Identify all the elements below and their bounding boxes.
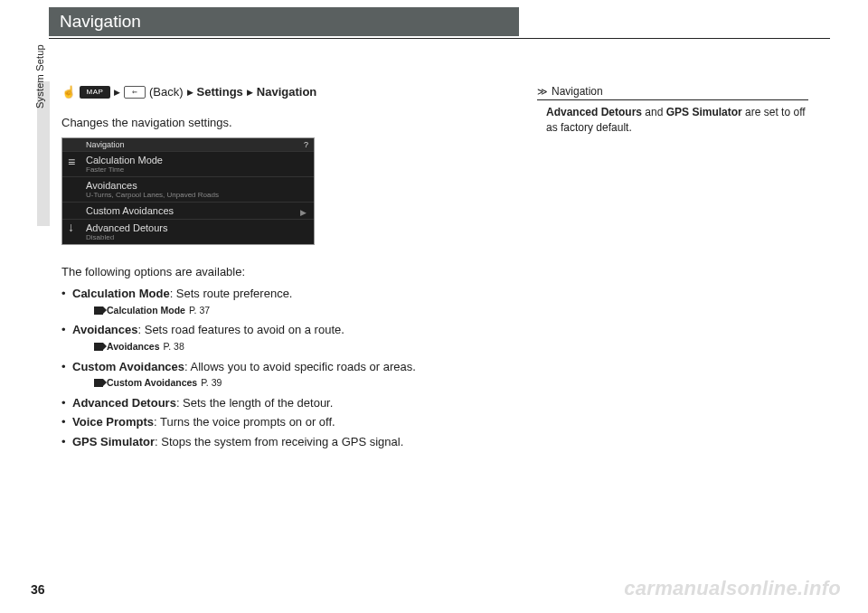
- option-title: Advanced Detours: [72, 396, 176, 410]
- back-button-chip: ⇐: [124, 86, 146, 99]
- chevron-right-icon: ▶: [114, 88, 120, 97]
- row-label: Avoidances: [86, 180, 137, 191]
- sidebar-body: Advanced Detours and GPS Simulator are s…: [537, 100, 808, 137]
- screenshot-titlebar: Navigation ?: [62, 138, 314, 151]
- reference-page: P. 37: [189, 304, 210, 318]
- row-sublabel: Faster Time: [86, 165, 307, 174]
- page-number: 36: [31, 582, 45, 597]
- page-title: Navigation: [60, 12, 141, 32]
- reference-icon: [94, 343, 103, 351]
- list-item: Calculation Mode: Sets route preference.…: [61, 285, 514, 317]
- list-item: Voice Prompts: Turns the voice prompts o…: [61, 413, 514, 431]
- option-desc: : Sets the length of the detour.: [176, 396, 333, 410]
- option-title: Custom Avoidances: [72, 360, 184, 373]
- chevron-right-icon: ▶: [247, 88, 253, 97]
- device-screenshot: ≡ ↓ Navigation ? Calculation Mode Faster…: [61, 137, 315, 245]
- screenshot-row: Advanced Detours Disabled: [62, 219, 314, 244]
- options-intro: The following options are available:: [61, 265, 245, 278]
- screenshot-row: Calculation Mode Faster Time: [62, 151, 314, 176]
- back-text: (Back): [149, 85, 184, 99]
- row-sublabel: Disabled: [86, 233, 307, 241]
- reference-title: Calculation Mode: [107, 304, 185, 318]
- intro-text: Changes the navigation settings.: [61, 116, 232, 129]
- title-underline: [49, 38, 830, 39]
- screenshot-row: Custom Avoidances ▶: [62, 202, 314, 219]
- breadcrumb-settings: Settings: [197, 85, 243, 99]
- map-button-chip: MAP: [80, 86, 110, 99]
- reference-page: P. 38: [164, 340, 184, 354]
- option-desc: : Allows you to avoid specific roads or …: [184, 360, 416, 373]
- sidebar-heading: ≫ Navigation: [537, 85, 808, 100]
- option-desc: : Sets route preference.: [170, 287, 293, 300]
- sidebar-bold1: Advanced Detours: [546, 106, 642, 118]
- options-list: Calculation Mode: Sets route preference.…: [61, 285, 514, 452]
- cross-reference: Calculation Mode P. 37: [94, 304, 514, 318]
- reference-title: Avoidances: [107, 340, 160, 354]
- breadcrumb: ☝ MAP ▶ ⇐ (Back) ▶ Settings ▶ Navigation: [61, 85, 316, 99]
- sidebar-text-mid: and: [642, 106, 666, 118]
- screenshot-row: Avoidances U-Turns, Carpool Lanes, Unpav…: [62, 176, 314, 202]
- sidebar-note: ≫ Navigation Advanced Detours and GPS Si…: [537, 85, 808, 137]
- chevron-right-icon: ▶: [187, 88, 193, 97]
- section-label: System Setup: [34, 44, 45, 108]
- row-sublabel: U-Turns, Carpool Lanes, Unpaved Roads: [86, 191, 307, 199]
- reference-icon: [94, 379, 103, 387]
- screenshot-title: Navigation: [86, 140, 125, 149]
- row-label: Calculation Mode: [86, 155, 163, 165]
- reference-icon: [94, 306, 103, 315]
- reference-title: Custom Avoidances: [107, 376, 197, 391]
- list-item: Custom Avoidances: Allows you to avoid s…: [61, 358, 514, 391]
- option-title: Calculation Mode: [72, 287, 170, 300]
- row-label: Advanced Detours: [86, 222, 168, 233]
- cross-reference: Custom Avoidances P. 39: [94, 376, 514, 391]
- caret-right-icon: ▶: [300, 208, 307, 217]
- option-title: Voice Prompts: [72, 415, 154, 429]
- row-label: Custom Avoidances: [86, 205, 174, 216]
- watermark: carmanualsonline.info: [624, 577, 841, 600]
- page-title-bar: Navigation: [49, 7, 519, 36]
- cross-reference: Avoidances P. 38: [94, 340, 514, 354]
- option-desc: : Stops the system from receiving a GPS …: [155, 435, 403, 448]
- list-item: Advanced Detours: Sets the length of the…: [61, 394, 514, 412]
- double-chevron-icon: ≫: [537, 86, 548, 98]
- help-icon: ?: [304, 140, 308, 149]
- reference-page: P. 39: [201, 376, 222, 391]
- sidebar-title: Navigation: [552, 85, 603, 98]
- list-item: GPS Simulator: Stops the system from rec…: [61, 433, 514, 451]
- hand-icon: ☝: [61, 85, 76, 99]
- option-title: GPS Simulator: [72, 435, 155, 448]
- option-title: Avoidances: [72, 323, 138, 336]
- breadcrumb-navigation: Navigation: [257, 85, 316, 99]
- option-desc: : Sets road features to avoid on a route…: [138, 323, 344, 336]
- list-item: Avoidances: Sets road features to avoid …: [61, 321, 514, 354]
- option-desc: : Turns the voice prompts on or off.: [154, 415, 335, 429]
- sidebar-bold2: GPS Simulator: [666, 106, 742, 118]
